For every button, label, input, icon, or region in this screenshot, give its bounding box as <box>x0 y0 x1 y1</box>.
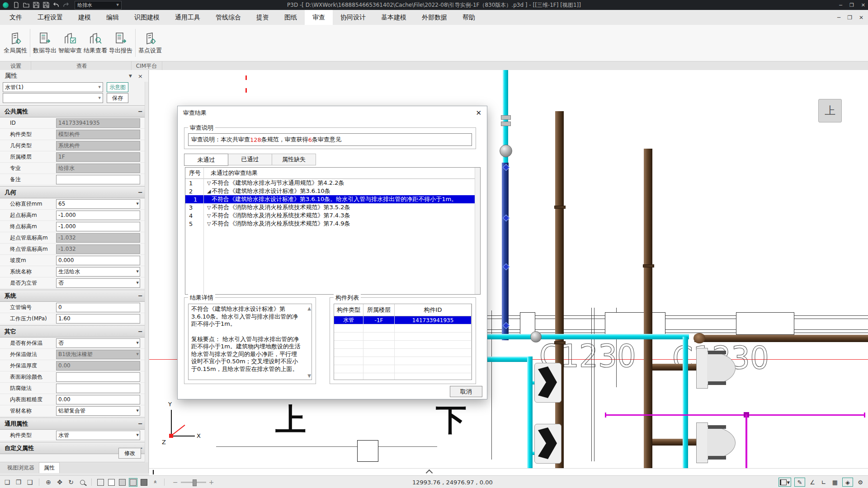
collapse-icon[interactable]: − <box>138 420 143 427</box>
layers-icon[interactable]: ▾ <box>778 478 791 487</box>
component-table[interactable]: 构件类型所属楼层构件ID 水管-1F141733941935 <box>334 304 472 380</box>
panel-collapse-icon[interactable]: ▼ <box>129 74 132 78</box>
fit-view-icon[interactable]: ⊕ <box>45 478 52 486</box>
list-scrollbar[interactable] <box>475 168 480 294</box>
ribbon-button-结果查看[interactable]: 结果查看 <box>83 27 108 59</box>
menu-item-工程设置[interactable]: 工程设置 <box>30 10 71 25</box>
property-value-field[interactable]: 65▼ <box>56 199 140 209</box>
undo-icon[interactable] <box>51 1 61 9</box>
dropdown-arrow-icon[interactable]: ▼ <box>137 341 139 345</box>
dropdown-arrow-icon[interactable]: ▼ <box>137 352 139 356</box>
property-value-field[interactable]: 铝塑复合管▼ <box>56 406 140 416</box>
style-realistic-icon[interactable] <box>141 479 147 486</box>
drain-pipe-vertical[interactable] <box>555 111 564 468</box>
collapse-icon[interactable]: − <box>138 108 143 115</box>
expand-icon[interactable]: » <box>151 478 159 486</box>
style-wireframe-icon[interactable] <box>97 479 104 486</box>
cancel-button[interactable]: 取消 <box>450 386 482 397</box>
panel-tab-属性[interactable]: 属性 <box>39 462 60 473</box>
property-value-field[interactable]: 0 <box>56 303 140 312</box>
close-button[interactable]: ✕ <box>861 2 865 8</box>
orbit-icon[interactable]: ↻ <box>67 478 75 486</box>
ortho-icon[interactable]: ∟ <box>820 478 828 486</box>
mdi-restore-button[interactable]: ❐ <box>847 14 852 21</box>
dialog-close-icon[interactable]: ✕ <box>476 109 481 117</box>
ribbon-button-全局属性[interactable]: 全局属性 <box>3 27 28 59</box>
property-value-field[interactable] <box>56 372 140 382</box>
fire-pipe-vertical[interactable] <box>745 414 747 468</box>
redo-icon[interactable] <box>61 1 71 9</box>
property-value-field[interactable]: -1.000 <box>56 211 140 220</box>
new-file-icon[interactable] <box>11 1 21 9</box>
expand-triangle-icon[interactable]: ▽ <box>207 221 211 227</box>
property-value-field[interactable]: -1.000 <box>56 222 140 231</box>
drawing-viewport[interactable]: C1230 C1230 上 下 Y X Z <box>149 70 868 468</box>
save-preset-button[interactable]: 保存 <box>107 93 128 103</box>
up-navigation-badge[interactable]: 上 <box>818 99 842 122</box>
zoom-window-icon[interactable] <box>79 478 86 486</box>
dropdown-arrow-icon[interactable]: ▼ <box>137 281 139 285</box>
audit-list-row[interactable]: 1▽不符合《建筑给水排水与节水通用规范》第4.2.2条 <box>185 179 480 187</box>
section-header-其它[interactable]: 其它− <box>0 325 148 338</box>
property-value-field[interactable]: 否▼ <box>56 278 140 288</box>
ribbon-button-导出报告[interactable]: 导出报告 <box>108 27 133 59</box>
supply-pipe-drop[interactable] <box>683 337 688 468</box>
section-header-公共属性[interactable]: 公共属性− <box>0 105 148 117</box>
property-value-field[interactable]: 0.000 <box>56 256 140 265</box>
property-value-field[interactable]: 生活给水▼ <box>56 267 140 277</box>
menu-item-管线综合[interactable]: 管线综合 <box>208 10 249 25</box>
style-hidden-line-icon[interactable] <box>108 479 115 486</box>
ribbon-button-基点设置[interactable]: 基点设置 <box>137 27 163 59</box>
add-view-icon[interactable]: ❑ <box>26 478 33 486</box>
save-as-icon[interactable] <box>41 1 51 9</box>
mdi-close-button[interactable]: ✕ <box>859 14 863 21</box>
zoom-slider[interactable]: −+ <box>173 479 214 486</box>
drain-pipe-vertical[interactable] <box>644 149 652 468</box>
expand-triangle-icon[interactable]: ◢ <box>207 188 211 194</box>
ball-valve[interactable] <box>500 145 512 157</box>
dropdown-arrow-icon[interactable]: ▼ <box>137 270 139 273</box>
component-table-row[interactable]: 水管-1F141733941935 <box>334 316 472 324</box>
collapse-icon[interactable]: − <box>138 328 143 335</box>
section-header-系统[interactable]: 系统− <box>0 290 148 302</box>
component-selector-dropdown[interactable]: 水管(1) ▼ <box>3 82 103 92</box>
property-value-field[interactable] <box>56 175 140 184</box>
section-header-通用属性[interactable]: 通用属性− <box>0 418 148 430</box>
property-value-field[interactable] <box>56 384 140 393</box>
settings-icon[interactable]: ⚙ <box>856 478 864 486</box>
selected-pipe-segment[interactable] <box>502 163 509 340</box>
zoom-out-icon[interactable]: − <box>173 479 178 486</box>
dropdown-arrow-icon[interactable]: ▼ <box>137 202 139 206</box>
minimize-button[interactable]: ─ <box>839 2 842 8</box>
menu-item-帮助[interactable]: 帮助 <box>455 10 483 25</box>
modify-button[interactable]: 修改 <box>118 448 141 459</box>
save-icon[interactable] <box>31 1 41 9</box>
dialog-tab-未通过[interactable]: 未通过 <box>184 154 228 166</box>
zoom-slider-thumb[interactable] <box>193 479 197 486</box>
dropdown-arrow-icon[interactable]: ▼ <box>137 409 139 413</box>
audit-result-list[interactable]: 序号 未通过的审查结果 1▽不符合《建筑给水排水与节水通用规范》第4.2.2条2… <box>185 167 481 295</box>
collapse-icon[interactable]: − <box>138 189 143 196</box>
drain-branch-pipe[interactable] <box>652 364 696 371</box>
ribbon-button-数据导出[interactable]: 数据导出 <box>32 27 57 59</box>
preset-selector-dropdown[interactable]: ▼ <box>3 93 103 103</box>
object-snap-icon[interactable]: ◈ <box>842 478 853 487</box>
new-view-icon[interactable]: ❏ <box>4 478 11 486</box>
property-value-field[interactable]: 水管▼ <box>56 431 140 440</box>
section-header-几何[interactable]: 几何− <box>0 186 148 198</box>
maximize-button[interactable]: ❐ <box>849 2 854 8</box>
style-shaded-icon[interactable] <box>119 479 126 486</box>
expand-triangle-icon[interactable]: ▽ <box>207 213 211 219</box>
fire-pipe-horizontal[interactable] <box>605 414 865 416</box>
panel-close-icon[interactable]: × <box>138 73 143 80</box>
audit-list-row[interactable]: 4▽不符合《消防给水及消火栓系统技术规范》第7.4.3条 <box>185 211 480 220</box>
scroll-down-icon[interactable]: ▼ <box>307 373 311 378</box>
schematic-button[interactable]: 示意图 <box>107 82 128 92</box>
menu-item-审查[interactable]: 审查 <box>305 10 333 25</box>
dialog-tab-属性缺失[interactable]: 属性缺失 <box>272 154 316 165</box>
menu-item-图纸[interactable]: 图纸 <box>277 10 305 25</box>
property-value-field[interactable]: 0.00 <box>56 395 140 404</box>
supply-pipe-drop[interactable] <box>527 357 533 468</box>
dropdown-arrow-icon[interactable]: ▼ <box>137 433 139 437</box>
menu-item-编辑[interactable]: 编辑 <box>99 10 127 25</box>
